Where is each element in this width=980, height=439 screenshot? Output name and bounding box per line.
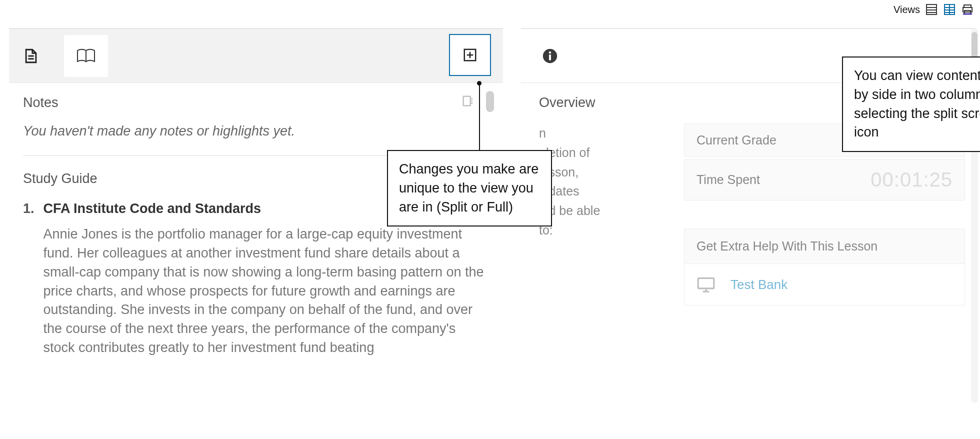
- monitor-icon: [696, 276, 716, 293]
- left-pane: Notes You haven't made any notes or high…: [9, 28, 503, 439]
- add-panel-button[interactable]: [449, 34, 491, 76]
- document-tab[interactable]: [19, 44, 43, 68]
- document-icon: [22, 48, 40, 64]
- study-guide-item-text: Annie Jones is the portfolio manager for…: [44, 225, 489, 358]
- callout-1-leader: [479, 85, 480, 150]
- callout-changes: Changes you make are unique to the view …: [387, 150, 552, 226]
- print-button[interactable]: [961, 3, 974, 16]
- views-toolbar: Views: [894, 3, 974, 16]
- notes-empty-text: You haven't made any notes or highlights…: [23, 124, 489, 139]
- notes-heading: Notes: [23, 95, 489, 110]
- overview-line: didates: [539, 182, 654, 201]
- svg-point-23: [549, 52, 552, 54]
- overview-line: lesson,: [539, 162, 654, 182]
- callout-1-leader-dot: [477, 81, 482, 86]
- full-view-icon: [926, 4, 938, 16]
- time-spent-value: 00:01:25: [870, 168, 952, 191]
- overview-text-column: n pletion of lesson, didates uld be able…: [539, 124, 664, 306]
- overview-line: n: [539, 124, 654, 143]
- add-panel-icon: [462, 48, 478, 62]
- svg-rect-25: [698, 278, 714, 288]
- views-label: Views: [894, 4, 920, 16]
- svg-rect-24: [549, 54, 551, 60]
- help-card-label: Get Extra Help With This Lesson: [684, 228, 965, 264]
- left-pane-content: Notes You haven't made any notes or high…: [9, 83, 503, 439]
- test-bank-link[interactable]: Test Bank: [730, 277, 788, 292]
- overview-line: pletion of: [539, 143, 654, 162]
- overview-line: to:: [539, 220, 654, 240]
- info-button[interactable]: [538, 44, 562, 68]
- left-pane-toolbar: [9, 29, 503, 83]
- overview-line: uld be able: [539, 201, 654, 220]
- current-grade-label: Current Grade: [696, 133, 776, 148]
- info-icon: [542, 48, 558, 64]
- time-spent-row: Time Spent 00:01:25: [684, 159, 965, 200]
- callout-split-view: You can view content side by side in two…: [842, 56, 980, 152]
- book-icon: [76, 48, 96, 64]
- help-row: Test Bank: [684, 264, 965, 306]
- full-view-button[interactable]: [925, 3, 938, 16]
- split-view-button[interactable]: [943, 3, 956, 16]
- study-guide-item-number: 1.: [23, 200, 34, 358]
- split-view-icon: [944, 4, 956, 16]
- time-spent-label: Time Spent: [696, 172, 760, 187]
- book-tab[interactable]: [64, 35, 108, 77]
- print-icon: [962, 4, 974, 16]
